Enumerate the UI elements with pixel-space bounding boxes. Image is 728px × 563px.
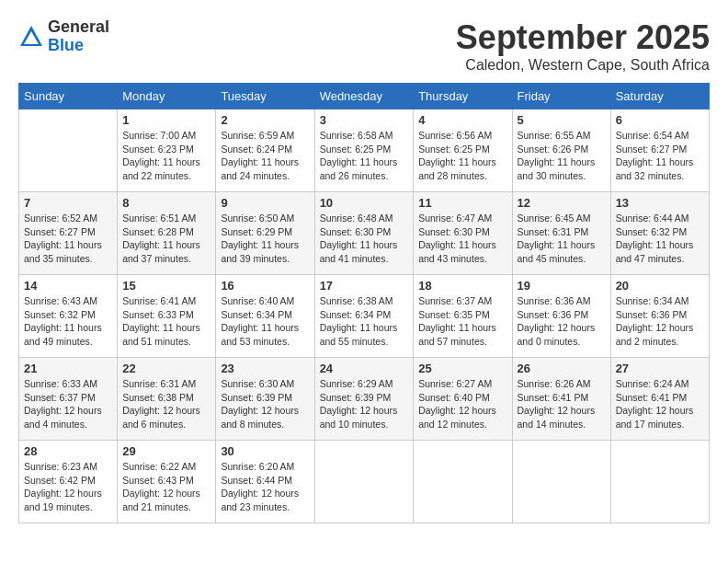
day-info: Sunrise: 6:24 AMSunset: 6:41 PMDaylight:…	[616, 377, 704, 431]
day-number: 17	[320, 279, 409, 293]
day-cell: 6Sunrise: 6:54 AMSunset: 6:27 PMDaylight…	[610, 109, 709, 192]
day-cell	[314, 441, 414, 523]
day-number: 15	[122, 279, 210, 293]
day-info: Sunrise: 6:41 AMSunset: 6:33 PMDaylight:…	[122, 294, 210, 349]
day-cell: 14Sunrise: 6:43 AMSunset: 6:32 PMDayligh…	[19, 275, 118, 358]
day-number: 10	[320, 196, 409, 210]
day-cell: 26Sunrise: 6:26 AMSunset: 6:41 PMDayligh…	[512, 358, 610, 441]
day-cell: 21Sunrise: 6:33 AMSunset: 6:37 PMDayligh…	[19, 358, 118, 441]
week-row-2: 7Sunrise: 6:52 AMSunset: 6:27 PMDaylight…	[19, 192, 710, 275]
day-cell: 2Sunrise: 6:59 AMSunset: 6:24 PMDaylight…	[216, 109, 314, 192]
day-info: Sunrise: 6:58 AMSunset: 6:25 PMDaylight:…	[320, 129, 409, 183]
day-number: 8	[122, 196, 210, 210]
day-cell: 10Sunrise: 6:48 AMSunset: 6:30 PMDayligh…	[314, 192, 414, 275]
day-number: 26	[518, 362, 606, 375]
day-info: Sunrise: 6:52 AMSunset: 6:27 PMDaylight:…	[24, 212, 112, 266]
day-number: 30	[221, 444, 309, 458]
day-info: Sunrise: 6:36 AMSunset: 6:36 PMDaylight:…	[518, 294, 606, 349]
day-number: 16	[221, 279, 309, 293]
day-info: Sunrise: 6:44 AMSunset: 6:32 PMDaylight:…	[616, 212, 704, 266]
day-cell: 5Sunrise: 6:55 AMSunset: 6:26 PMDaylight…	[512, 109, 610, 192]
week-row-4: 21Sunrise: 6:33 AMSunset: 6:37 PMDayligh…	[19, 358, 710, 441]
day-info: Sunrise: 6:47 AMSunset: 6:30 PMDaylight:…	[418, 212, 506, 266]
header-monday: Monday	[118, 84, 216, 109]
week-row-3: 14Sunrise: 6:43 AMSunset: 6:32 PMDayligh…	[19, 275, 710, 358]
day-cell: 29Sunrise: 6:22 AMSunset: 6:43 PMDayligh…	[118, 441, 216, 523]
day-number: 25	[418, 362, 506, 375]
day-info: Sunrise: 6:31 AMSunset: 6:38 PMDaylight:…	[122, 377, 210, 431]
day-cell: 4Sunrise: 6:56 AMSunset: 6:25 PMDaylight…	[414, 109, 512, 192]
day-info: Sunrise: 6:26 AMSunset: 6:41 PMDaylight:…	[518, 377, 606, 431]
logo: General Blue	[18, 18, 109, 55]
day-number: 23	[221, 362, 309, 375]
week-row-5: 28Sunrise: 6:23 AMSunset: 6:42 PMDayligh…	[19, 441, 710, 523]
day-cell	[19, 109, 118, 192]
day-number: 4	[418, 113, 506, 127]
day-number: 27	[616, 362, 704, 375]
day-info: Sunrise: 7:00 AMSunset: 6:23 PMDaylight:…	[122, 129, 210, 183]
day-number: 6	[616, 113, 704, 127]
header-saturday: Saturday	[610, 84, 709, 109]
day-info: Sunrise: 6:43 AMSunset: 6:32 PMDaylight:…	[24, 294, 112, 349]
day-cell: 17Sunrise: 6:38 AMSunset: 6:34 PMDayligh…	[314, 275, 414, 358]
day-cell	[414, 441, 512, 523]
day-cell: 30Sunrise: 6:20 AMSunset: 6:44 PMDayligh…	[216, 441, 314, 523]
day-info: Sunrise: 6:40 AMSunset: 6:34 PMDaylight:…	[221, 294, 309, 349]
day-number: 7	[24, 196, 112, 210]
day-info: Sunrise: 6:20 AMSunset: 6:44 PMDaylight:…	[221, 460, 309, 514]
day-cell: 15Sunrise: 6:41 AMSunset: 6:33 PMDayligh…	[118, 275, 216, 358]
day-cell: 22Sunrise: 6:31 AMSunset: 6:38 PMDayligh…	[118, 358, 216, 441]
day-number: 13	[616, 196, 704, 210]
day-cell: 23Sunrise: 6:30 AMSunset: 6:39 PMDayligh…	[216, 358, 314, 441]
header-friday: Friday	[512, 84, 610, 109]
day-info: Sunrise: 6:50 AMSunset: 6:29 PMDaylight:…	[221, 212, 309, 266]
day-info: Sunrise: 6:38 AMSunset: 6:34 PMDaylight:…	[320, 294, 409, 349]
day-cell: 11Sunrise: 6:47 AMSunset: 6:30 PMDayligh…	[414, 192, 512, 275]
day-cell: 28Sunrise: 6:23 AMSunset: 6:42 PMDayligh…	[19, 441, 118, 523]
day-info: Sunrise: 6:55 AMSunset: 6:26 PMDaylight:…	[518, 129, 606, 183]
day-cell: 16Sunrise: 6:40 AMSunset: 6:34 PMDayligh…	[216, 275, 314, 358]
title-area: September 2025 Caledon, Western Cape, So…	[456, 18, 710, 74]
day-info: Sunrise: 6:54 AMSunset: 6:27 PMDaylight:…	[616, 129, 704, 183]
day-cell	[610, 441, 709, 523]
day-number: 11	[418, 196, 506, 210]
day-number: 21	[24, 362, 112, 375]
day-cell: 13Sunrise: 6:44 AMSunset: 6:32 PMDayligh…	[610, 192, 709, 275]
day-info: Sunrise: 6:33 AMSunset: 6:37 PMDaylight:…	[24, 377, 112, 431]
day-number: 14	[24, 279, 112, 293]
day-number: 9	[221, 196, 309, 210]
day-cell: 19Sunrise: 6:36 AMSunset: 6:36 PMDayligh…	[512, 275, 610, 358]
day-number: 20	[616, 279, 704, 293]
header-sunday: Sunday	[19, 84, 118, 109]
logo-icon	[18, 24, 44, 50]
day-cell: 25Sunrise: 6:27 AMSunset: 6:40 PMDayligh…	[414, 358, 512, 441]
logo-general: General	[48, 18, 109, 37]
day-number: 18	[418, 279, 506, 293]
day-cell: 9Sunrise: 6:50 AMSunset: 6:29 PMDaylight…	[216, 192, 314, 275]
day-cell: 1Sunrise: 7:00 AMSunset: 6:23 PMDaylight…	[118, 109, 216, 192]
day-info: Sunrise: 6:51 AMSunset: 6:28 PMDaylight:…	[122, 212, 210, 266]
day-cell: 27Sunrise: 6:24 AMSunset: 6:41 PMDayligh…	[610, 358, 709, 441]
header: General Blue September 2025 Caledon, Wes…	[18, 18, 710, 74]
day-info: Sunrise: 6:45 AMSunset: 6:31 PMDaylight:…	[518, 212, 606, 266]
day-number: 24	[320, 362, 409, 375]
day-number: 3	[320, 113, 409, 127]
day-cell: 12Sunrise: 6:45 AMSunset: 6:31 PMDayligh…	[512, 192, 610, 275]
day-info: Sunrise: 6:23 AMSunset: 6:42 PMDaylight:…	[24, 460, 112, 514]
day-number: 2	[221, 113, 309, 127]
calendar-table: SundayMondayTuesdayWednesdayThursdayFrid…	[18, 83, 710, 523]
day-cell: 20Sunrise: 6:34 AMSunset: 6:36 PMDayligh…	[610, 275, 709, 358]
day-number: 1	[122, 113, 210, 127]
day-info: Sunrise: 6:48 AMSunset: 6:30 PMDaylight:…	[320, 212, 409, 266]
day-cell: 3Sunrise: 6:58 AMSunset: 6:25 PMDaylight…	[314, 109, 414, 192]
day-info: Sunrise: 6:29 AMSunset: 6:39 PMDaylight:…	[320, 377, 409, 431]
month-title: September 2025	[456, 18, 710, 57]
day-info: Sunrise: 6:56 AMSunset: 6:25 PMDaylight:…	[418, 129, 506, 183]
day-number: 22	[122, 362, 210, 375]
day-cell: 18Sunrise: 6:37 AMSunset: 6:35 PMDayligh…	[414, 275, 512, 358]
day-cell: 8Sunrise: 6:51 AMSunset: 6:28 PMDaylight…	[118, 192, 216, 275]
day-info: Sunrise: 6:27 AMSunset: 6:40 PMDaylight:…	[418, 377, 506, 431]
day-number: 5	[518, 113, 606, 127]
header-thursday: Thursday	[414, 84, 512, 109]
day-info: Sunrise: 6:34 AMSunset: 6:36 PMDaylight:…	[616, 294, 704, 349]
